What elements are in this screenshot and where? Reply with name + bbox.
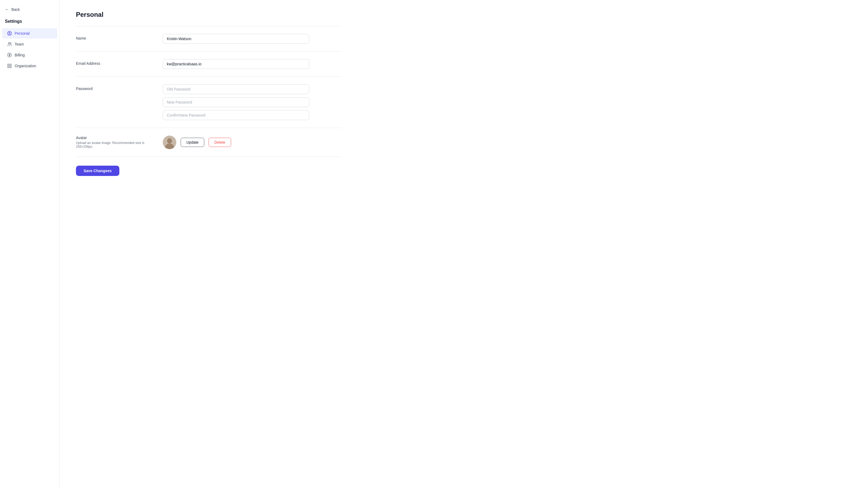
email-input[interactable]: [163, 59, 309, 69]
password-label: Password: [76, 84, 152, 91]
svg-rect-8: [10, 66, 11, 68]
avatar-label-col: Avatar Upload an avatar image. Recommend…: [76, 135, 152, 149]
save-button[interactable]: Save Changees: [76, 166, 119, 176]
page-title: Personal: [76, 11, 342, 19]
sidebar-item-personal[interactable]: Personal: [2, 28, 57, 38]
back-button[interactable]: ← Back: [0, 4, 59, 14]
email-controls: [163, 59, 342, 69]
password-row: Password: [76, 77, 342, 128]
sidebar-item-billing-label: Billing: [14, 53, 25, 57]
name-row: Name: [76, 26, 342, 52]
svg-rect-5: [8, 64, 9, 65]
dollar-circle-icon: [7, 53, 12, 58]
avatar-label: Avatar: [76, 135, 152, 140]
confirm-password-input[interactable]: [163, 110, 309, 120]
email-row: Email Address: [76, 52, 342, 77]
svg-point-2: [8, 42, 10, 44]
avatar-update-button[interactable]: Update: [181, 138, 204, 147]
sidebar-item-organization[interactable]: Organization: [2, 61, 57, 71]
sidebar-item-team[interactable]: Team: [2, 39, 57, 50]
sidebar-item-personal-label: Personal: [14, 31, 30, 35]
svg-rect-7: [8, 66, 9, 68]
old-password-input[interactable]: [163, 84, 309, 94]
main-content: Personal Name Email Address Password Ava…: [60, 0, 358, 488]
back-arrow-icon: ←: [5, 7, 9, 12]
people-icon: [7, 42, 12, 46]
avatar-image: [163, 135, 176, 149]
name-input[interactable]: [163, 34, 309, 44]
svg-point-10: [167, 138, 172, 144]
svg-rect-6: [10, 64, 11, 65]
svg-point-3: [10, 42, 11, 44]
grid-icon: [7, 63, 12, 68]
email-label: Email Address: [76, 59, 152, 66]
password-controls: [163, 84, 342, 120]
avatar-controls: Update Delete: [163, 135, 231, 149]
sidebar-item-billing[interactable]: Billing: [2, 50, 57, 60]
avatar-sublabel: Upload an avatar image. Recommended size…: [76, 141, 152, 149]
avatar-delete-button[interactable]: Delete: [209, 138, 231, 147]
settings-title: Settings: [0, 18, 59, 28]
new-password-input[interactable]: [163, 97, 309, 107]
svg-point-1: [9, 32, 10, 34]
name-label: Name: [76, 34, 152, 40]
sidebar-item-organization-label: Organization: [14, 64, 36, 68]
sidebar: ← Back Settings Personal Team: [0, 0, 60, 488]
sidebar-item-team-label: Team: [14, 42, 24, 46]
name-controls: [163, 34, 342, 44]
avatar: [163, 135, 176, 149]
back-label: Back: [11, 7, 20, 12]
person-circle-icon: [7, 31, 12, 36]
avatar-row: Avatar Upload an avatar image. Recommend…: [76, 128, 342, 157]
